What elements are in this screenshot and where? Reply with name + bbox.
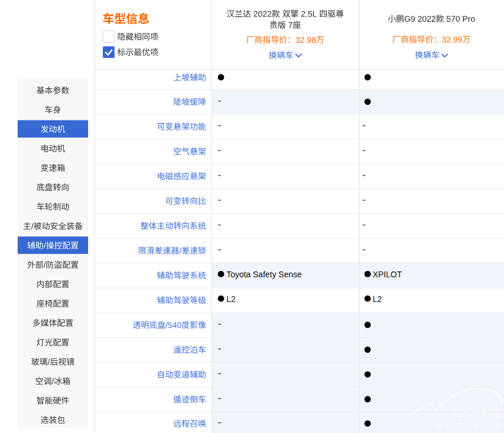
svg-text:XPILOT: XPILOT bbox=[372, 270, 402, 279]
svg-text:L2: L2 bbox=[226, 294, 236, 304]
svg-text:Toyota Safety Sense: Toyota Safety Sense bbox=[226, 270, 302, 279]
svg-text:L2: L2 bbox=[372, 294, 382, 304]
